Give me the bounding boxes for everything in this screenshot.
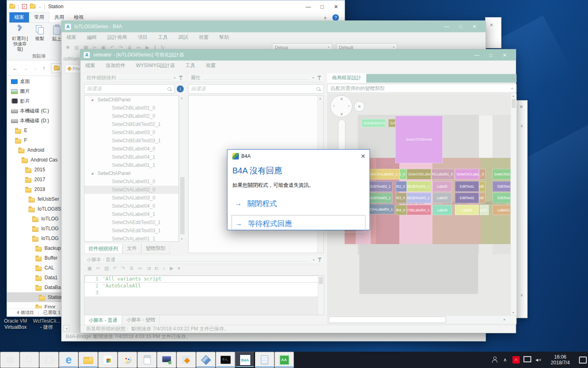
menu-item[interactable]: 幫助: [219, 34, 229, 41]
control-tree-item[interactable]: SetwChBEditText03_1: [85, 137, 178, 145]
canvas-control[interactable]: SetwChBLabel04_1: [407, 205, 431, 215]
panel-dropdown-icon[interactable]: ▾: [174, 76, 176, 80]
b4a-button[interactable]: B4A: [235, 352, 255, 368]
control-tree-item[interactable]: SetwChBEditText02_1: [85, 120, 178, 128]
menu-item[interactable]: 視窗: [206, 62, 216, 69]
canvas-control[interactable]: SetwChBLabel01_1: [407, 169, 431, 180]
vmware-button[interactable]: [176, 352, 196, 368]
minimize-button[interactable]: —: [470, 52, 484, 58]
control-tree-item[interactable]: SetwChBLabel01_0: [85, 104, 178, 112]
canvas-control[interactable]: Label2: [432, 181, 452, 192]
control-tree-item[interactable]: SetwChBLabel01_1: [85, 161, 178, 169]
canvas-control[interactable]: SetwChCLabel01_1: [455, 169, 479, 180]
menu-item[interactable]: 編輯: [87, 34, 97, 41]
toolbar-icon[interactable]: ↶: [113, 265, 117, 271]
module-scroll-left-button[interactable]: ◂: [63, 325, 69, 331]
file-explorer-button[interactable]: [78, 352, 98, 368]
dpad-down-icon[interactable]: ∨: [340, 112, 343, 116]
variant-match-select[interactable]: 匹配所選擇的的變體類型 ▾: [327, 84, 517, 93]
control-tree-item[interactable]: SetwChALabel04_0: [85, 202, 178, 210]
canvas-control[interactable]: EditText: [492, 181, 510, 192]
paint-button[interactable]: [118, 352, 137, 368]
canvas-control[interactable]: SetwChDLabel01_1: [492, 169, 510, 180]
control-tree-item[interactable]: SetwChAEditText02_1: [85, 218, 178, 227]
scroll-up-icon[interactable]: ∧: [520, 123, 523, 128]
tree-scrollbar[interactable]: ▴ ▾: [179, 95, 185, 242]
control-tree-item[interactable]: SetwChBLabel04_0: [85, 145, 178, 153]
canvas-vscrollbar[interactable]: ▴ ▾: [510, 93, 517, 315]
command-prompt-button[interactable]: C:\_: [216, 352, 235, 368]
toolbar-icon[interactable]: ▣: [87, 265, 92, 271]
control-tree-item[interactable]: SetwChAPanel: [85, 169, 178, 177]
panel-tab[interactable]: 文件: [122, 244, 141, 254]
canvas-control[interactable]: SetwChBEditText02_1: [407, 181, 431, 192]
tree-filter-input[interactable]: 篩選器: [84, 84, 175, 94]
b4a-title-bar[interactable]: A IoTLOG8Series - B4A — □ ✕: [62, 21, 486, 32]
tab-file[interactable]: 檔案: [9, 12, 29, 22]
notepad-button[interactable]: [255, 352, 274, 368]
properties-panel-header[interactable]: 屬性 ▾: [188, 74, 324, 82]
control-tree-item[interactable]: SetwChAEditText03_1: [85, 227, 178, 235]
pin-icon[interactable]: [179, 76, 183, 81]
panel-dropdown-icon[interactable]: ▾: [313, 258, 314, 262]
designer-title-bar[interactable]: A setwater - (IoTLOG8Series) 可視化設計器 — □ …: [80, 49, 516, 61]
edge-button[interactable]: e: [59, 352, 78, 368]
desktop-icon-wcftestcli[interactable]: WcfTestCli... - 捷徑: [31, 318, 62, 330]
canvas-control[interactable]: Label01_0: [399, 169, 407, 180]
action-center-icon[interactable]: [577, 352, 588, 368]
control-tree-item[interactable]: SetwChBLabel04_1: [85, 153, 178, 161]
explorer-title-bar[interactable]: | ✓ ⌄ | Station — □ ✕: [7, 0, 345, 13]
tree-panel-header[interactable]: 控件樹狀排列 ▾: [84, 74, 185, 82]
toolbar-icon[interactable]: ⇉: [147, 265, 151, 271]
menu-item[interactable]: 設計佈局: [107, 34, 127, 41]
scroll-right-icon[interactable]: ▸: [503, 317, 506, 321]
script-panel-header[interactable]: 小腳本 - 普通 ▾: [84, 256, 324, 264]
taskbar-clock[interactable]: 16:06 2018/7/4: [546, 354, 575, 366]
canvas-control[interactable]: Label11: [492, 205, 510, 215]
menu-item[interactable]: 調試: [178, 34, 188, 41]
canvas-control[interactable]: Label10: [480, 205, 489, 215]
menu-item[interactable]: 工具: [185, 62, 195, 69]
dpad-navigator[interactable]: ∧ ∨ ‹ ›: [330, 95, 352, 117]
menu-item[interactable]: 檔案: [85, 62, 95, 69]
wait-program-link[interactable]: → 等待程式回應: [232, 215, 365, 232]
panel-dropdown-icon[interactable]: ▾: [512, 77, 513, 81]
virtualbox-button[interactable]: [196, 352, 216, 368]
back-button[interactable]: ←: [13, 65, 18, 71]
remote-desktop-button[interactable]: [157, 352, 176, 368]
properties-filter-input[interactable]: 篩選器: [188, 84, 324, 94]
maximize-button[interactable]: □: [484, 52, 498, 58]
desktop-icon-oracle-vm[interactable]: Oracle VM VirtualBox: [1, 318, 30, 330]
canvas-control[interactable]: SetwButton01_0: [362, 119, 385, 127]
maximize-button[interactable]: □: [315, 4, 329, 10]
volume-muted-icon[interactable]: ◄×: [532, 352, 543, 368]
control-tree-item[interactable]: SetwChALabel02_0: [85, 186, 178, 194]
layout-design-tab[interactable]: 佈局框架設計: [327, 73, 366, 83]
canvas-control[interactable]: Label3: [432, 193, 452, 203]
canvas-control[interactable]: Label02_0: [396, 181, 407, 192]
canvas-control[interactable]: EditText2: [455, 193, 479, 203]
module-tab-label[interactable]: odMain: [63, 56, 79, 62]
toolbar-icon[interactable]: ▾: [178, 265, 180, 271]
menu-item[interactable]: WYSIWYG設計器: [136, 62, 175, 69]
canvas-control[interactable]: Label8: [479, 181, 486, 192]
code-line[interactable]: 3: [85, 289, 324, 296]
script-tab[interactable]: 小腳本 - 普通: [84, 315, 122, 325]
control-tree-item[interactable]: SetwChBLabel02_0: [85, 112, 178, 120]
panel-tab[interactable]: 變體類型: [141, 244, 170, 254]
copy-button[interactable]: 複製: [31, 25, 49, 41]
tab-home[interactable]: 常用: [29, 12, 49, 22]
menu-item[interactable]: 項目: [138, 34, 147, 41]
zoom-slider[interactable]: [338, 119, 345, 152]
dialog-title-bar[interactable]: B4A ✕: [227, 150, 370, 159]
dialog-close-button[interactable]: ✕: [361, 153, 365, 159]
canvas-hscrollbar[interactable]: ▸: [327, 315, 517, 324]
dpad-up-icon[interactable]: ∧: [340, 96, 343, 101]
toolbar-icon[interactable]: ▤: [104, 265, 109, 271]
forward-button[interactable]: →: [23, 65, 28, 71]
control-tree-item[interactable]: SetwChALabel01_1: [85, 235, 178, 242]
maximize-button[interactable]: □: [454, 24, 468, 29]
canvas-control[interactable]: Label9: [479, 193, 486, 203]
close-icon[interactable]: ✕: [519, 104, 523, 110]
canvas-control[interactable]: Label03_0: [396, 193, 407, 203]
